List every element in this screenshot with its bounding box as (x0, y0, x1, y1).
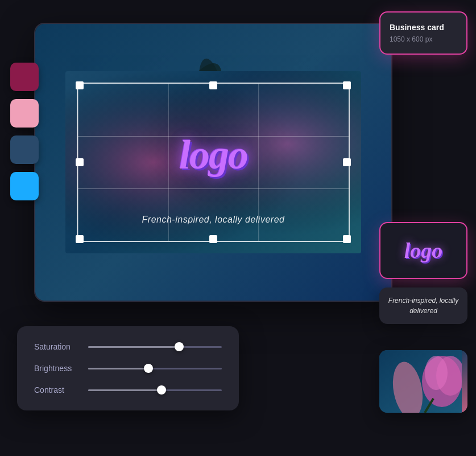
handle-mid-left[interactable] (76, 158, 84, 166)
handle-bottom-left[interactable] (76, 235, 84, 243)
contrast-thumb[interactable] (157, 385, 166, 395)
saturation-fill (88, 346, 179, 348)
saturation-thumb[interactable] (175, 342, 184, 351)
handle-top-mid[interactable] (209, 81, 217, 89)
contrast-row: Contrast (34, 385, 222, 395)
saturation-row: Saturation (34, 342, 222, 351)
contrast-fill (88, 389, 162, 391)
flower-thumb-card (379, 350, 467, 413)
color-swatches (10, 63, 39, 200)
swatch-light-pink[interactable] (10, 99, 39, 128)
contrast-track[interactable] (88, 389, 222, 391)
brightness-label: Brightness (34, 364, 82, 373)
swatch-dark-blue[interactable] (10, 135, 39, 164)
handle-bottom-mid[interactable] (209, 235, 217, 243)
saturation-label: Saturation (34, 342, 82, 351)
swatch-cyan-blue[interactable] (10, 172, 39, 200)
brightness-fill (88, 368, 148, 369)
logo-thumb-card[interactable]: logo (379, 222, 467, 279)
tagline-text: French-inspired, locally delivered (142, 215, 285, 225)
brightness-row: Brightness (34, 364, 222, 373)
flower-thumb-illustration (379, 350, 462, 413)
svg-point-12 (425, 356, 448, 390)
handle-bottom-right[interactable] (343, 235, 351, 243)
info-card-size: 1050 x 600 px (390, 35, 457, 43)
handle-top-right[interactable] (343, 81, 351, 89)
monitor-frame: logo French-inspired, locally delivered (34, 23, 392, 302)
canvas-area: logo French-inspired, locally delivered (35, 24, 391, 301)
main-container: logo French-inspired, locally delivered … (0, 0, 476, 456)
logo-thumb-text: logo (404, 238, 443, 263)
contrast-label: Contrast (34, 385, 82, 395)
tagline-card-text: French-inspired, locally delivered (387, 295, 460, 316)
handle-mid-right[interactable] (343, 158, 351, 166)
info-card-title: Business card (390, 23, 457, 32)
design-preview: logo French-inspired, locally delivered (65, 71, 361, 253)
brightness-track[interactable] (88, 368, 222, 369)
handle-top-left[interactable] (76, 81, 84, 89)
saturation-track[interactable] (88, 346, 222, 348)
swatch-dark-pink[interactable] (10, 63, 39, 91)
flower-thumb-inner (379, 350, 467, 413)
tagline-card: French-inspired, locally delivered (379, 287, 467, 324)
brightness-thumb[interactable] (144, 364, 153, 373)
info-card: Business card 1050 x 600 px (379, 11, 467, 55)
sliders-panel: Saturation Brightness Contrast (17, 326, 239, 410)
logo-text: logo (179, 132, 247, 179)
